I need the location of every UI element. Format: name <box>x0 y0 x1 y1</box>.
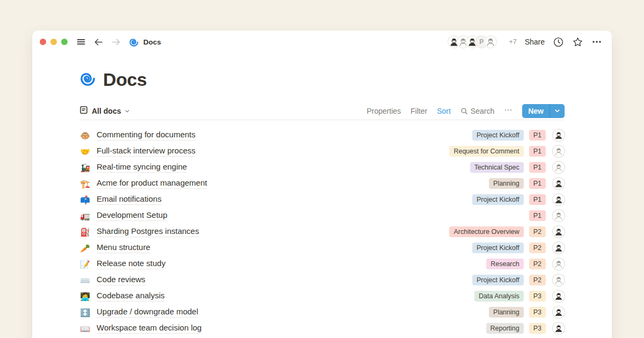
locomotive-icon: 🚂 <box>79 164 91 172</box>
doc-priority-badge: P1 <box>529 162 546 173</box>
doc-title: Menu structure <box>97 243 150 254</box>
doc-tag: Project Kickoff <box>472 243 524 254</box>
doc-priority-badge: P2 <box>529 275 546 286</box>
avatar <box>553 242 565 254</box>
doc-row[interactable]: 🐵 Commenting for documents Project Kicko… <box>79 127 565 143</box>
favorite-star-icon[interactable] <box>572 36 583 48</box>
doc-row[interactable]: ⛽ Sharding Postgres instances Architectu… <box>79 224 565 240</box>
new-button-group: New <box>522 104 565 118</box>
avatar <box>553 210 565 222</box>
history-clock-icon[interactable] <box>553 36 564 48</box>
doc-priority-badge: P1 <box>529 210 546 222</box>
memo-icon: 📝 <box>79 260 91 268</box>
doc-title: Full-stack interview process <box>97 146 195 157</box>
new-button-dropdown[interactable] <box>550 104 565 118</box>
properties-button[interactable]: Properties <box>367 107 401 115</box>
page-content: Docs All docs Properties Filter Sort Sea… <box>32 69 612 338</box>
titlebar-actions: P +7 Share <box>447 35 602 49</box>
page-title: Docs <box>103 69 147 90</box>
view-switcher-label: All docs <box>92 107 121 115</box>
doc-row[interactable]: 📝 Release note study Research P2 <box>79 256 565 272</box>
doc-title: Release note study <box>97 259 165 270</box>
hamburger-menu-icon[interactable] <box>76 37 86 47</box>
doc-row[interactable]: 🚂 Real-time syncing engine Technical Spe… <box>79 159 565 175</box>
doc-row-meta: Project Kickoff P1 <box>472 129 565 141</box>
doc-priority-badge: P1 <box>529 194 546 205</box>
doc-row-meta: Project Kickoff P1 <box>472 194 565 205</box>
doc-title: Code reviews <box>97 275 145 286</box>
doc-row[interactable]: 🚛 Development Setup P1 <box>79 208 565 224</box>
titlebar-avatar-stack[interactable]: P <box>447 35 497 49</box>
doc-row-meta: Planning P1 <box>489 178 565 189</box>
up-down-arrow-icon: ↕️ <box>79 308 91 317</box>
back-arrow-icon[interactable] <box>93 37 104 47</box>
window-title: Docs <box>143 38 161 46</box>
doc-tag: Architecture Overview <box>449 226 523 238</box>
doc-row[interactable]: 📖 Workspace team decision log Reporting … <box>79 320 565 336</box>
doc-priority-badge: P1 <box>529 178 546 189</box>
minimize-window-button[interactable] <box>50 39 57 45</box>
avatar <box>553 194 565 205</box>
doc-priority-badge: P3 <box>529 323 546 334</box>
doc-title: Codebase analysis <box>97 291 165 302</box>
titlebar: Docs P +7 Share <box>32 31 612 53</box>
new-button[interactable]: New <box>522 104 550 118</box>
doc-tag: Project Kickoff <box>472 194 524 205</box>
keyboard-icon: ⌨️ <box>79 276 91 284</box>
doc-title: Workspace team decision log <box>97 323 202 334</box>
docs-spiral-logo-icon <box>79 70 96 89</box>
articulated-lorry-icon: 🚛 <box>79 212 91 220</box>
doc-priority-badge: P1 <box>529 146 546 157</box>
search-button[interactable]: Search <box>460 107 494 115</box>
filter-button[interactable]: Filter <box>411 107 427 115</box>
doc-row-meta: Reporting P3 <box>486 322 565 334</box>
doc-tag: Technical Spec <box>470 162 524 173</box>
doc-priority-badge: P3 <box>529 291 546 302</box>
doc-row[interactable]: 🥕 Menu structure Project Kickoff P2 <box>79 240 565 256</box>
handshake-icon: 🤝 <box>79 148 91 156</box>
doc-tag: Research <box>486 259 524 270</box>
doc-row[interactable]: ↕️ Upgrade / downgrade model Planning P3 <box>79 304 565 320</box>
fuel-pump-icon: ⛽ <box>79 228 91 236</box>
avatar <box>553 290 565 302</box>
doc-priority-badge: P3 <box>529 307 546 318</box>
doc-row[interactable]: 🤝 Full-stack interview process Request f… <box>79 143 565 159</box>
doc-row-meta: Data Analysis P3 <box>474 290 565 302</box>
search-icon <box>460 107 468 115</box>
avatar <box>484 35 497 49</box>
doc-priority-badge: P2 <box>529 259 546 270</box>
avatar <box>553 226 565 238</box>
doc-priority-badge: P1 <box>529 130 546 141</box>
doc-row[interactable]: ⌨️ Code reviews Project Kickoff P2 <box>79 272 565 288</box>
avatar <box>553 129 565 141</box>
doc-row[interactable]: 📫 Email notifications Project Kickoff P1 <box>79 192 565 208</box>
doc-tag: Reporting <box>486 323 524 334</box>
view-switcher[interactable]: All docs <box>79 106 130 116</box>
more-options-icon[interactable] <box>591 36 602 47</box>
zoom-window-button[interactable] <box>61 39 68 45</box>
avatar <box>553 145 565 157</box>
sort-button[interactable]: Sort <box>437 107 451 115</box>
avatar <box>553 258 565 270</box>
monkey-face-icon: 🐵 <box>79 131 91 139</box>
page-header: Docs <box>79 69 565 90</box>
doc-priority-badge: P2 <box>529 243 546 254</box>
doc-title: Real-time syncing engine <box>97 162 187 173</box>
doc-tag: Planning <box>489 178 524 189</box>
doc-tag: Project Kickoff <box>472 275 524 286</box>
avatar <box>553 322 565 334</box>
doc-row[interactable]: 🏗️ Acme for product management Planning … <box>79 175 565 192</box>
doc-row-meta: Technical Spec P1 <box>470 161 565 173</box>
doc-row-meta: Research P2 <box>486 258 565 270</box>
toolbar-more-icon[interactable] <box>504 106 513 116</box>
doc-row[interactable]: 👩‍💻 Codebase analysis Data Analysis P3 <box>79 288 565 304</box>
doc-row-meta: P1 <box>529 210 565 222</box>
doc-title: Development Setup <box>97 210 167 222</box>
doc-title: Email notifications <box>97 194 162 205</box>
woman-technologist-icon: 👩‍💻 <box>79 292 91 300</box>
forward-arrow-icon[interactable] <box>111 37 121 47</box>
close-window-button[interactable] <box>40 39 46 45</box>
doc-row-meta: Request for Comment P1 <box>449 145 565 157</box>
doc-row-meta: Project Kickoff P2 <box>472 242 565 254</box>
share-button[interactable]: Share <box>525 38 545 46</box>
